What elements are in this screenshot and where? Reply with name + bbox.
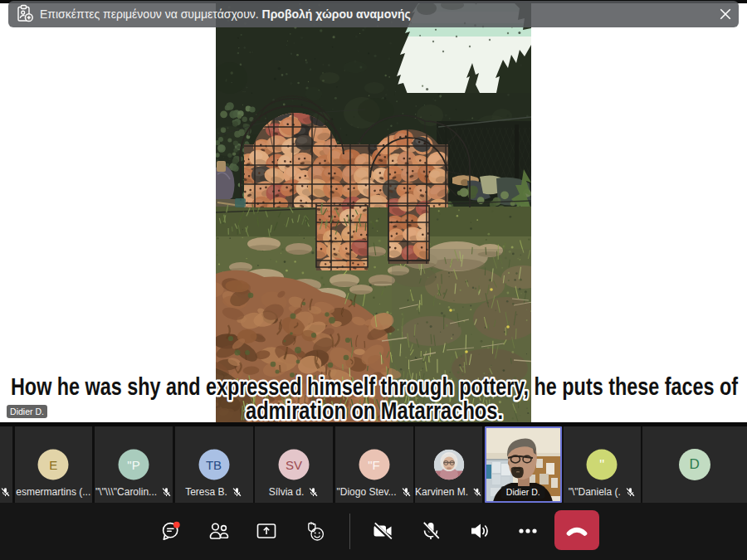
svg-text:How he was shy and expressed h: How he was shy and expressed himself thr… xyxy=(11,373,738,400)
svg-text:admiration on Matarrachos.: admiration on Matarrachos. xyxy=(246,397,503,424)
